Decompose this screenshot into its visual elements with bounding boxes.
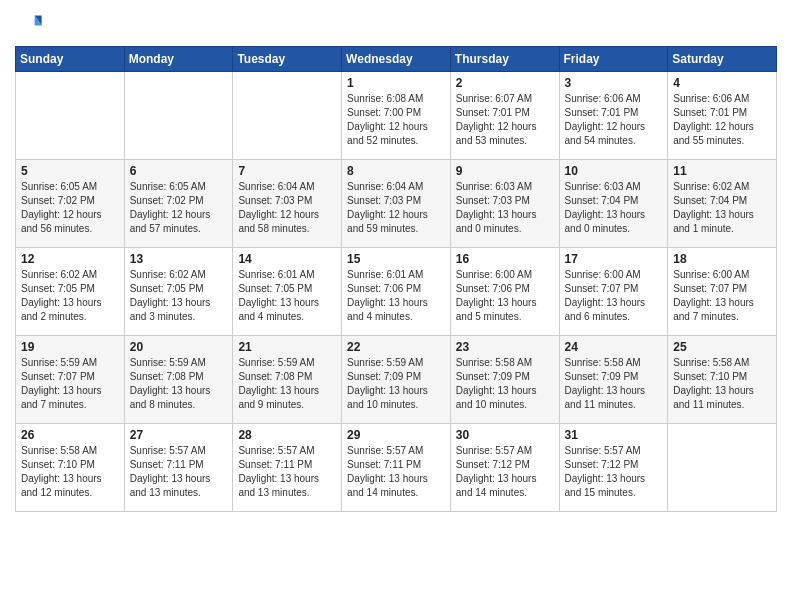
day-info: Sunrise: 6:06 AM Sunset: 7:01 PM Dayligh… bbox=[565, 92, 663, 148]
day-info: Sunrise: 6:07 AM Sunset: 7:01 PM Dayligh… bbox=[456, 92, 554, 148]
calendar-cell: 12Sunrise: 6:02 AM Sunset: 7:05 PM Dayli… bbox=[16, 248, 125, 336]
day-info: Sunrise: 6:05 AM Sunset: 7:02 PM Dayligh… bbox=[130, 180, 228, 236]
calendar-cell: 29Sunrise: 5:57 AM Sunset: 7:11 PM Dayli… bbox=[342, 424, 451, 512]
page-header bbox=[15, 10, 777, 38]
day-info: Sunrise: 6:06 AM Sunset: 7:01 PM Dayligh… bbox=[673, 92, 771, 148]
day-number: 14 bbox=[238, 252, 336, 266]
weekday-header-row: SundayMondayTuesdayWednesdayThursdayFrid… bbox=[16, 47, 777, 72]
calendar-cell: 5Sunrise: 6:05 AM Sunset: 7:02 PM Daylig… bbox=[16, 160, 125, 248]
weekday-header-tuesday: Tuesday bbox=[233, 47, 342, 72]
calendar-cell bbox=[233, 72, 342, 160]
day-number: 28 bbox=[238, 428, 336, 442]
weekday-header-wednesday: Wednesday bbox=[342, 47, 451, 72]
day-info: Sunrise: 6:04 AM Sunset: 7:03 PM Dayligh… bbox=[347, 180, 445, 236]
day-number: 19 bbox=[21, 340, 119, 354]
calendar-body: 1Sunrise: 6:08 AM Sunset: 7:00 PM Daylig… bbox=[16, 72, 777, 512]
day-info: Sunrise: 6:00 AM Sunset: 7:07 PM Dayligh… bbox=[673, 268, 771, 324]
calendar-cell: 27Sunrise: 5:57 AM Sunset: 7:11 PM Dayli… bbox=[124, 424, 233, 512]
day-number: 9 bbox=[456, 164, 554, 178]
day-number: 1 bbox=[347, 76, 445, 90]
calendar-cell: 25Sunrise: 5:58 AM Sunset: 7:10 PM Dayli… bbox=[668, 336, 777, 424]
day-info: Sunrise: 5:57 AM Sunset: 7:11 PM Dayligh… bbox=[238, 444, 336, 500]
calendar-cell: 31Sunrise: 5:57 AM Sunset: 7:12 PM Dayli… bbox=[559, 424, 668, 512]
calendar-cell: 28Sunrise: 5:57 AM Sunset: 7:11 PM Dayli… bbox=[233, 424, 342, 512]
calendar-cell: 22Sunrise: 5:59 AM Sunset: 7:09 PM Dayli… bbox=[342, 336, 451, 424]
day-number: 13 bbox=[130, 252, 228, 266]
calendar-cell: 11Sunrise: 6:02 AM Sunset: 7:04 PM Dayli… bbox=[668, 160, 777, 248]
calendar-cell: 30Sunrise: 5:57 AM Sunset: 7:12 PM Dayli… bbox=[450, 424, 559, 512]
calendar-cell: 10Sunrise: 6:03 AM Sunset: 7:04 PM Dayli… bbox=[559, 160, 668, 248]
day-info: Sunrise: 5:59 AM Sunset: 7:08 PM Dayligh… bbox=[238, 356, 336, 412]
day-number: 5 bbox=[21, 164, 119, 178]
calendar-cell: 24Sunrise: 5:58 AM Sunset: 7:09 PM Dayli… bbox=[559, 336, 668, 424]
day-number: 26 bbox=[21, 428, 119, 442]
day-number: 20 bbox=[130, 340, 228, 354]
weekday-header-monday: Monday bbox=[124, 47, 233, 72]
calendar-cell: 21Sunrise: 5:59 AM Sunset: 7:08 PM Dayli… bbox=[233, 336, 342, 424]
day-number: 2 bbox=[456, 76, 554, 90]
day-info: Sunrise: 5:59 AM Sunset: 7:07 PM Dayligh… bbox=[21, 356, 119, 412]
calendar-cell: 9Sunrise: 6:03 AM Sunset: 7:03 PM Daylig… bbox=[450, 160, 559, 248]
day-number: 24 bbox=[565, 340, 663, 354]
calendar-cell: 15Sunrise: 6:01 AM Sunset: 7:06 PM Dayli… bbox=[342, 248, 451, 336]
calendar-week-row: 12Sunrise: 6:02 AM Sunset: 7:05 PM Dayli… bbox=[16, 248, 777, 336]
calendar-week-row: 26Sunrise: 5:58 AM Sunset: 7:10 PM Dayli… bbox=[16, 424, 777, 512]
day-number: 22 bbox=[347, 340, 445, 354]
day-number: 8 bbox=[347, 164, 445, 178]
day-info: Sunrise: 6:01 AM Sunset: 7:06 PM Dayligh… bbox=[347, 268, 445, 324]
logo-icon bbox=[15, 10, 43, 38]
day-number: 16 bbox=[456, 252, 554, 266]
day-info: Sunrise: 5:58 AM Sunset: 7:10 PM Dayligh… bbox=[21, 444, 119, 500]
calendar-cell bbox=[124, 72, 233, 160]
calendar-cell: 2Sunrise: 6:07 AM Sunset: 7:01 PM Daylig… bbox=[450, 72, 559, 160]
day-info: Sunrise: 5:57 AM Sunset: 7:12 PM Dayligh… bbox=[456, 444, 554, 500]
day-number: 10 bbox=[565, 164, 663, 178]
calendar-cell: 7Sunrise: 6:04 AM Sunset: 7:03 PM Daylig… bbox=[233, 160, 342, 248]
weekday-header-sunday: Sunday bbox=[16, 47, 125, 72]
day-number: 30 bbox=[456, 428, 554, 442]
calendar-cell bbox=[668, 424, 777, 512]
day-info: Sunrise: 6:02 AM Sunset: 7:04 PM Dayligh… bbox=[673, 180, 771, 236]
day-number: 3 bbox=[565, 76, 663, 90]
day-info: Sunrise: 6:00 AM Sunset: 7:06 PM Dayligh… bbox=[456, 268, 554, 324]
day-number: 4 bbox=[673, 76, 771, 90]
day-number: 15 bbox=[347, 252, 445, 266]
day-info: Sunrise: 6:01 AM Sunset: 7:05 PM Dayligh… bbox=[238, 268, 336, 324]
calendar-cell: 6Sunrise: 6:05 AM Sunset: 7:02 PM Daylig… bbox=[124, 160, 233, 248]
calendar-cell: 3Sunrise: 6:06 AM Sunset: 7:01 PM Daylig… bbox=[559, 72, 668, 160]
calendar-cell: 13Sunrise: 6:02 AM Sunset: 7:05 PM Dayli… bbox=[124, 248, 233, 336]
calendar-cell: 20Sunrise: 5:59 AM Sunset: 7:08 PM Dayli… bbox=[124, 336, 233, 424]
calendar-cell: 8Sunrise: 6:04 AM Sunset: 7:03 PM Daylig… bbox=[342, 160, 451, 248]
calendar-cell: 19Sunrise: 5:59 AM Sunset: 7:07 PM Dayli… bbox=[16, 336, 125, 424]
day-info: Sunrise: 6:02 AM Sunset: 7:05 PM Dayligh… bbox=[130, 268, 228, 324]
calendar-cell: 23Sunrise: 5:58 AM Sunset: 7:09 PM Dayli… bbox=[450, 336, 559, 424]
calendar-table: SundayMondayTuesdayWednesdayThursdayFrid… bbox=[15, 46, 777, 512]
day-number: 18 bbox=[673, 252, 771, 266]
day-info: Sunrise: 6:02 AM Sunset: 7:05 PM Dayligh… bbox=[21, 268, 119, 324]
day-info: Sunrise: 6:03 AM Sunset: 7:04 PM Dayligh… bbox=[565, 180, 663, 236]
day-info: Sunrise: 5:59 AM Sunset: 7:09 PM Dayligh… bbox=[347, 356, 445, 412]
day-info: Sunrise: 5:58 AM Sunset: 7:09 PM Dayligh… bbox=[456, 356, 554, 412]
day-number: 7 bbox=[238, 164, 336, 178]
day-number: 23 bbox=[456, 340, 554, 354]
day-info: Sunrise: 5:59 AM Sunset: 7:08 PM Dayligh… bbox=[130, 356, 228, 412]
day-number: 6 bbox=[130, 164, 228, 178]
calendar-cell: 18Sunrise: 6:00 AM Sunset: 7:07 PM Dayli… bbox=[668, 248, 777, 336]
day-info: Sunrise: 5:57 AM Sunset: 7:11 PM Dayligh… bbox=[130, 444, 228, 500]
calendar-cell: 17Sunrise: 6:00 AM Sunset: 7:07 PM Dayli… bbox=[559, 248, 668, 336]
calendar-cell: 4Sunrise: 6:06 AM Sunset: 7:01 PM Daylig… bbox=[668, 72, 777, 160]
day-number: 31 bbox=[565, 428, 663, 442]
day-info: Sunrise: 6:08 AM Sunset: 7:00 PM Dayligh… bbox=[347, 92, 445, 148]
weekday-header-friday: Friday bbox=[559, 47, 668, 72]
calendar-week-row: 5Sunrise: 6:05 AM Sunset: 7:02 PM Daylig… bbox=[16, 160, 777, 248]
calendar-cell: 26Sunrise: 5:58 AM Sunset: 7:10 PM Dayli… bbox=[16, 424, 125, 512]
day-info: Sunrise: 6:03 AM Sunset: 7:03 PM Dayligh… bbox=[456, 180, 554, 236]
day-number: 21 bbox=[238, 340, 336, 354]
day-number: 25 bbox=[673, 340, 771, 354]
day-info: Sunrise: 6:00 AM Sunset: 7:07 PM Dayligh… bbox=[565, 268, 663, 324]
calendar-header: SundayMondayTuesdayWednesdayThursdayFrid… bbox=[16, 47, 777, 72]
day-info: Sunrise: 5:58 AM Sunset: 7:09 PM Dayligh… bbox=[565, 356, 663, 412]
day-number: 11 bbox=[673, 164, 771, 178]
calendar-cell bbox=[16, 72, 125, 160]
weekday-header-saturday: Saturday bbox=[668, 47, 777, 72]
